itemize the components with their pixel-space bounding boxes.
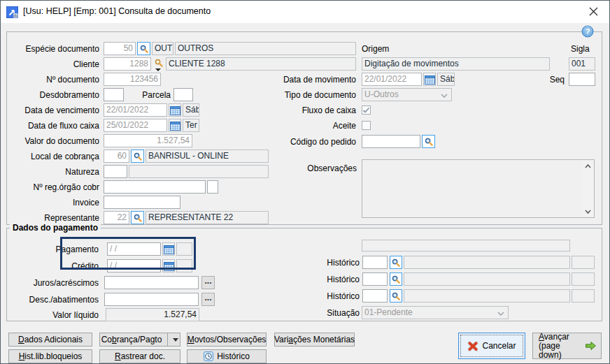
observacoes-textarea <box>362 159 595 218</box>
historico-3-codigo-field[interactable] <box>362 289 388 303</box>
help-icon[interactable]: ? <box>581 25 594 38</box>
historico-button[interactable]: Histórico <box>187 349 267 363</box>
historico-1-codigo-field[interactable] <box>362 256 388 269</box>
movtos-observacoes-button[interactable]: Movtos/Observações <box>187 333 267 347</box>
data-vencimento-calendar-button[interactable] <box>169 103 181 117</box>
cobranca-pagto-dropdown-icon[interactable] <box>167 333 178 346</box>
search-icon <box>134 214 142 222</box>
natureza-descricao-field <box>129 165 269 178</box>
search-icon <box>140 45 148 53</box>
hist-lib-bloqueios-button[interactable]: Hist.lib.bloqueios <box>8 349 92 363</box>
label-parcela: Parcela <box>127 89 171 101</box>
reg-orgao-cobr-field[interactable] <box>104 180 206 194</box>
label-sigla: Sigla <box>571 43 590 55</box>
descontos-more-button[interactable]: ... <box>201 293 215 306</box>
local-cobranca-descricao-field: BANRISUL - ONLINE <box>146 150 269 163</box>
label-natureza: Natureza <box>8 166 99 178</box>
calendar-icon <box>170 121 180 131</box>
variacoes-monetarias-button[interactable]: Variações Monetárias <box>274 333 355 347</box>
especie-codigo-field: 50 <box>104 42 136 55</box>
codigo-pedido-lookup-button[interactable] <box>422 135 435 148</box>
historico-2-lookup-button[interactable] <box>390 272 402 286</box>
num-documento-field: 123456 <box>104 73 161 86</box>
seq-field[interactable] <box>569 73 595 86</box>
svg-text:?: ? <box>586 27 590 36</box>
avancar-button[interactable]: Avançar (page down) <box>532 333 602 359</box>
historico-3-descricao-field <box>404 289 570 303</box>
data-fluxo-caixa-field: 25/01/2022 <box>104 119 167 132</box>
label-juros: Juros/acréscimos <box>15 277 99 289</box>
label-historico-1: Histórico <box>308 256 360 269</box>
juros-field[interactable] <box>104 276 199 289</box>
credito-data-field[interactable]: / / <box>107 259 161 272</box>
situacao-value: 01-Pendente <box>364 307 413 317</box>
section-title-dados-pagamento: Dados do pagamento <box>10 223 101 233</box>
data-movimento-calendar-button[interactable] <box>423 73 436 86</box>
historico-1-descricao-field <box>404 256 570 269</box>
sigla-field: 001 <box>569 57 595 71</box>
label-num-documento: Nº documento <box>8 73 99 86</box>
historico-button-label: Histórico <box>217 351 250 361</box>
cancelar-button[interactable]: Cancelar <box>458 333 525 359</box>
descontos-field[interactable] <box>104 293 199 306</box>
label-codigo-pedido: Código do pedido <box>267 136 356 148</box>
chevron-down-icon <box>497 312 504 316</box>
cobranca-pagto-button[interactable]: Cobrança/Pagto <box>99 333 180 347</box>
historico-1-lookup-button[interactable] <box>390 256 402 269</box>
invoice-field[interactable] <box>104 196 180 209</box>
data-fluxo-caixa-calendar-button[interactable] <box>169 119 181 132</box>
tipo-documento-select: U-Outros <box>362 88 452 101</box>
label-valor-liquido: Valor líquido <box>15 309 99 321</box>
search-icon <box>392 292 400 300</box>
reg-orgao-cobr-dv-field[interactable] <box>207 180 218 194</box>
historico-3-extra-field <box>572 289 595 303</box>
label-pagamento: Pagamento <box>15 243 99 256</box>
cliente-dropdown-icon[interactable] <box>155 68 161 71</box>
label-valor-documento: Valor do documento <box>8 135 99 147</box>
app-icon <box>6 6 18 18</box>
label-desdobramento: Desdobramento <box>8 89 99 101</box>
observacoes-scrollbar[interactable] <box>582 161 593 217</box>
label-data-fluxo-caixa: Data de fluxo caixa <box>8 119 99 132</box>
close-icon[interactable] <box>578 1 609 22</box>
label-origem: Origem <box>362 43 389 55</box>
pagamento-extra-field <box>362 240 570 252</box>
label-especie-documento: Espécie documento <box>8 43 99 55</box>
situacao-select: 01-Pendente <box>362 306 509 319</box>
calendar-icon <box>425 75 435 85</box>
local-cobranca-lookup-button[interactable] <box>131 150 144 163</box>
rastrear-doc-button[interactable]: Rastrear doc. <box>99 349 180 363</box>
scroll-down-icon[interactable] <box>582 206 593 217</box>
calendar-icon <box>164 261 174 271</box>
pagamento-weekday <box>176 242 192 256</box>
label-local-cobranca: Local de cobrança <box>8 150 99 163</box>
search-icon <box>392 275 400 284</box>
historico-3-lookup-button[interactable] <box>390 289 402 303</box>
data-fluxo-caixa-weekday: Ter <box>183 119 199 132</box>
pagamento-data-field[interactable]: / / <box>107 242 161 256</box>
credito-calendar-button[interactable] <box>162 259 175 272</box>
label-credito: Crédito <box>15 260 99 272</box>
valor-liquido-field: 1.527,54 <box>106 308 199 321</box>
dados-adicionais-button[interactable]: Dados Adicionais <box>8 333 92 347</box>
codigo-pedido-field[interactable] <box>362 135 420 148</box>
especie-descricao-field: OUTROS <box>175 42 356 55</box>
parcela-field[interactable] <box>173 88 193 101</box>
search-icon <box>392 259 400 267</box>
label-fluxo-caixa: Fluxo de caixa <box>267 104 356 117</box>
especie-lookup-button[interactable] <box>137 42 150 55</box>
data-vencimento-weekday: Sáb <box>183 103 199 117</box>
chevron-down-icon <box>441 94 448 98</box>
natureza-field[interactable] <box>104 165 127 178</box>
representante-lookup-button[interactable] <box>131 211 144 224</box>
historico-2-codigo-field[interactable] <box>362 272 388 286</box>
calendar-icon <box>170 105 180 115</box>
juros-more-button[interactable]: ... <box>201 276 215 289</box>
label-data-vencimento: Data de vencimento <box>8 104 99 117</box>
search-icon <box>155 59 163 67</box>
label-reg-orgao-cobr: Nº reg.órgão cobr <box>8 181 99 194</box>
desdobramento-field[interactable] <box>104 88 124 101</box>
cliente-lookup-button[interactable] <box>152 57 164 68</box>
scroll-up-icon[interactable] <box>582 161 593 171</box>
pagamento-calendar-button[interactable] <box>162 242 175 256</box>
